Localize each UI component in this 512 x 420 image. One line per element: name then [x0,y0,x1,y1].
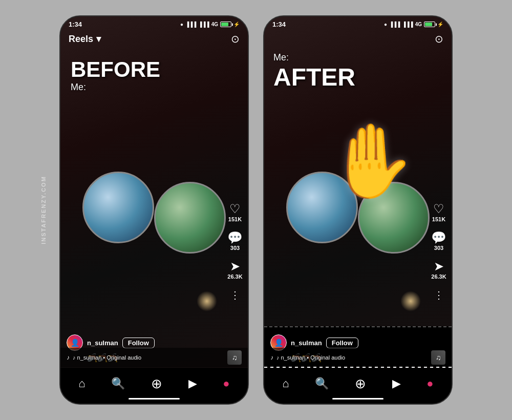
comment-action-after[interactable]: 💬 303 [431,232,446,251]
like-action-after[interactable]: ♡ 151K [432,203,445,222]
nav-reels-after[interactable]: ▶ [392,377,401,390]
phone-before: 1:34 ● ▐▐▐ ▐▐▐ 4G ⚡ Reels ▾ ⊙ BEFORE [59,15,249,405]
comment-count: 303 [230,245,240,251]
share-count: 26.3K [227,274,242,280]
status-bar-after: 1:34 ● ▐▐▐ ▐▐▐ 4G ⚡ [264,16,452,30]
more-action-after[interactable]: ⋮ [434,289,444,301]
home-indicator-after [332,398,383,400]
audio-bar[interactable]: ♪ ♪ n_sulman • Original audio ♫ [60,348,248,367]
signal-bars-after: ▐▐▐ [389,22,400,27]
phone-after: 1:34 ● ▐▐▐ ▐▐▐ 4G ⚡ ⊙ Me: AFTER 🤚 [263,15,453,405]
username[interactable]: n_sulman [87,339,118,347]
like-count: 151K [228,216,242,222]
battery-icon [220,22,231,27]
comment-action[interactable]: 💬 303 [227,232,243,251]
status-bar: 1:34 ● ▐▐▐ ▐▐▐ 4G ⚡ [60,16,248,30]
audio-text: ♪ n_sulman • Original audio [73,354,141,361]
battery-fill [221,23,228,26]
watch-right [154,182,226,254]
signal-bars: ▐▐▐ [185,22,196,27]
me-label-after: Me: [273,52,355,63]
more-icon: ⋮ [230,289,241,301]
home-icon-after: ⌂ [282,377,289,390]
add-icon: ⊕ [151,376,162,392]
search-icon: 🔍 [111,377,125,390]
nav-home[interactable]: ⌂ [78,377,85,390]
nav-add[interactable]: ⊕ [151,376,162,392]
comment-count-after: 303 [434,245,443,251]
like-action[interactable]: ♡ 151K [228,203,242,222]
before-overlay: BEFORE Me: [71,57,160,93]
nav-reels[interactable]: ▶ [188,377,197,390]
hand-cursor-icon: 🤚 [326,119,415,203]
like-count-after: 151K [432,216,445,222]
heart-icon-after: ♡ [433,203,444,215]
top-bar-after: ⊙ [264,31,452,47]
camera-icon-after[interactable]: ⊙ [435,33,443,45]
reels-title-container[interactable]: Reels ▾ [69,33,101,45]
reels-label: Reels [69,34,93,45]
audio-bar-after[interactable]: ♪ ♪ n_sulman • Original audio ♫ [264,348,452,367]
status-time: 1:34 [69,20,82,28]
share-icon: ➤ [230,260,240,272]
audio-info-after: ♪ ♪ n_sulman • Original audio [270,354,345,361]
heart-icon: ♡ [229,203,241,215]
watch-left [82,172,154,243]
signal-bars-2-after: ▐▐▐ [402,22,413,27]
light-glow [197,291,217,311]
profile-icon: ● [223,377,229,390]
after-text: AFTER [273,63,355,91]
audio-thumbnail[interactable]: ♫ [227,350,242,365]
camera-icon[interactable]: ⊙ [231,33,240,45]
nav-profile-after[interactable]: ● [426,377,433,390]
after-overlay: Me: AFTER [273,52,355,91]
signal-4g-after: 4G [415,22,422,27]
battery-fill-after [425,23,432,26]
dashed-border [264,367,452,368]
more-icon-after: ⋮ [434,289,444,301]
top-bar: Reels ▾ ⊙ [60,31,248,47]
nav-profile[interactable]: ● [223,377,229,390]
share-action[interactable]: ➤ 26.3K [227,260,242,280]
reels-icon-after: ▶ [392,377,401,390]
actions-panel: ♡ 151K 💬 303 ➤ 26.3K ⋮ [227,203,243,301]
search-icon-after: 🔍 [315,377,329,390]
whatsapp-icon: ● [180,22,183,27]
audio-info: ♪ ♪ n_sulman • Original audio [67,354,141,361]
before-text: BEFORE [71,57,160,82]
audio-thumbnail-after[interactable]: ♫ [431,350,445,365]
share-icon-after: ➤ [434,260,444,272]
watches-image [82,141,226,295]
nav-search-after[interactable]: 🔍 [315,377,329,390]
phones-container: 1:34 ● ▐▐▐ ▐▐▐ 4G ⚡ Reels ▾ ⊙ BEFORE [59,15,453,405]
nav-add-after[interactable]: ⊕ [355,376,366,392]
music-note-icon-after: ♪ [270,354,273,361]
comment-icon: 💬 [227,232,243,244]
actions-panel-after: ♡ 151K 💬 303 ➤ 26.3K ⋮ [431,203,446,301]
nav-search[interactable]: 🔍 [111,377,125,390]
status-icons: ● ▐▐▐ ▐▐▐ 4G ⚡ [180,22,240,27]
more-action[interactable]: ⋮ [230,289,241,301]
comment-icon-after: 💬 [431,232,446,244]
audio-text-after: ♪ n_sulman • Original audio [276,354,345,361]
music-note-icon: ♪ [67,354,70,361]
add-icon-after: ⊕ [355,376,366,392]
follow-button[interactable]: Follow [122,338,155,348]
bolt-icon: ⚡ [233,22,240,27]
battery-icon-after [424,22,435,27]
bolt-icon-after: ⚡ [437,22,443,27]
home-icon: ⌂ [78,377,85,390]
username-after[interactable]: n_sulman [291,339,322,347]
reels-icon: ▶ [188,377,197,390]
light-glow-after [400,291,421,311]
profile-icon-after: ● [426,377,433,390]
watermark: INSTAFRENZY.COM [40,176,47,244]
follow-button-after[interactable]: Follow [326,338,358,348]
status-time-after: 1:34 [272,20,286,28]
home-indicator [129,398,180,400]
signal-bars-2: ▐▐▐ [198,22,209,27]
status-icons-after: ● ▐▐▐ ▐▐▐ 4G ⚡ [384,22,443,27]
nav-home-after[interactable]: ⌂ [282,377,289,390]
share-action-after[interactable]: ➤ 26.3K [431,260,446,280]
signal-bars-3: 4G [211,22,218,27]
